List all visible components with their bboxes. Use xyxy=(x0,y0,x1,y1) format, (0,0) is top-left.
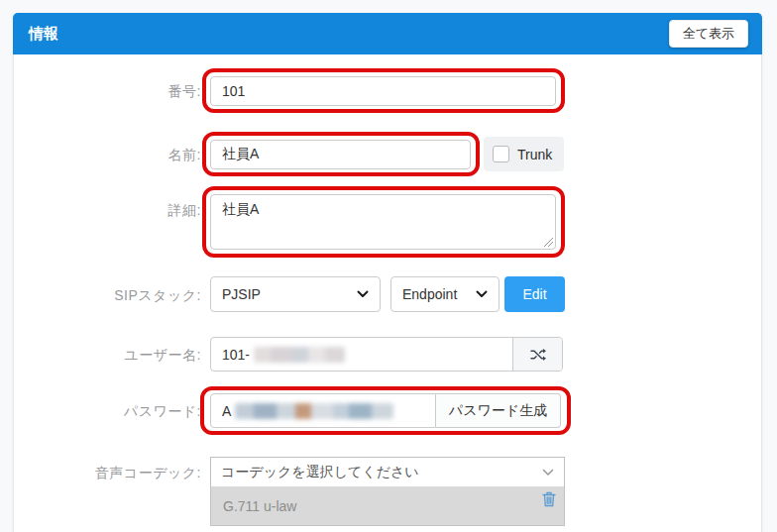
codec-placeholder: コーデックを選択してください xyxy=(221,464,419,481)
name-input[interactable]: 社員A xyxy=(210,140,471,169)
chevron-down-icon xyxy=(542,469,554,477)
edit-button[interactable]: Edit xyxy=(504,276,565,312)
resize-grip[interactable] xyxy=(543,237,553,247)
username-prefix: 101- xyxy=(222,347,250,363)
sip-type-select[interactable]: Endpoint xyxy=(390,276,500,312)
sip-stack-label: SIPスタック: xyxy=(23,287,201,305)
redacted-password xyxy=(235,403,393,419)
number-input[interactable]: 101 xyxy=(210,76,556,106)
audio-codec-label: 音声コーデック: xyxy=(23,465,201,482)
codec-name: G.711 u-law xyxy=(223,498,296,514)
name-label: 名前: xyxy=(23,147,201,164)
trunk-option: Trunk xyxy=(484,137,564,171)
panel-header: 情報 全て表示 xyxy=(13,13,762,54)
generate-password-button[interactable]: パスワード生成 xyxy=(436,393,561,428)
description-value: 社員A xyxy=(222,201,259,219)
show-all-button[interactable]: 全て表示 xyxy=(669,20,748,48)
page: 情報 全て表示 番号: 名前: 詳細: SIPスタック: ユーザー名: パスワー… xyxy=(0,0,777,532)
selected-codec-item: G.711 u-law xyxy=(210,486,565,526)
shuffle-icon xyxy=(530,348,546,362)
name-value: 社員A xyxy=(222,146,259,163)
password-label: パスワード: xyxy=(23,403,201,421)
password-prefix: A xyxy=(222,403,231,419)
description-label: 詳細: xyxy=(23,202,201,220)
number-value: 101 xyxy=(222,83,245,99)
remove-codec-button[interactable] xyxy=(542,491,556,507)
password-input[interactable]: A xyxy=(210,393,436,428)
username-input[interactable]: 101- xyxy=(211,338,512,371)
regenerate-username-button[interactable] xyxy=(512,338,562,371)
trunk-checkbox[interactable] xyxy=(493,146,509,162)
trunk-label: Trunk xyxy=(517,147,552,162)
password-input-group: A パスワード生成 xyxy=(210,393,561,428)
description-textarea[interactable]: 社員A xyxy=(210,194,556,250)
username-label: ユーザー名: xyxy=(23,347,201,365)
chevron-down-icon xyxy=(357,290,369,298)
panel-title: 情報 xyxy=(29,13,58,54)
chevron-down-icon xyxy=(476,290,488,298)
number-label: 番号: xyxy=(23,83,201,101)
username-input-group: 101- xyxy=(210,337,563,372)
sip-type-selected: Endpoint xyxy=(402,286,457,302)
sip-stack-selected: PJSIP xyxy=(222,286,261,302)
sip-stack-select[interactable]: PJSIP xyxy=(210,276,381,312)
redacted-username xyxy=(254,347,345,363)
trash-icon xyxy=(542,494,556,510)
audio-codec-select[interactable]: コーデックを選択してください xyxy=(210,457,565,487)
